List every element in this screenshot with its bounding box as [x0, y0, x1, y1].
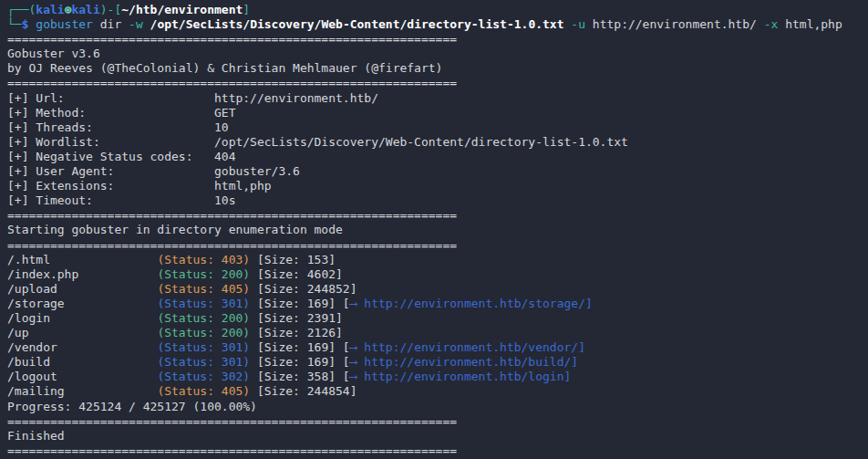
text-segment: (Status: 405)	[157, 282, 250, 296]
progress-line: Progress: 425124 / 425127 (100.00%)	[7, 400, 863, 414]
separator: ========================================…	[7, 208, 863, 223]
text-segment: [+] Wordlist: /opt/SecLists/Discovery/We…	[7, 135, 628, 149]
text-segment: ========================================…	[7, 76, 457, 89]
text-segment: ┌──(	[7, 3, 36, 16]
text-segment: /opt/SecLists/Discovery/Web-Content/dire…	[150, 17, 564, 31]
text-segment: [Size: 153]	[250, 253, 336, 266]
text-segment: by OJ Reeves (@TheColonial) & Christian …	[7, 61, 442, 75]
text-segment: [Size: 169] [	[250, 297, 350, 310]
text-segment: [Size: 358] [	[250, 370, 350, 383]
text-segment: /vendor	[7, 340, 157, 354]
text-segment: (Status: 403)	[157, 253, 250, 266]
text-segment: html,php	[778, 17, 842, 31]
text-segment	[143, 17, 150, 31]
mode-line: Starting gobuster in directory enumerati…	[7, 223, 863, 237]
text-segment: [Size: 2391]	[250, 311, 343, 325]
text-segment: -x	[764, 17, 779, 31]
text-segment: ]	[243, 3, 250, 16]
result-mailing: /mailing (Status: 405) [Size: 244854]	[7, 384, 863, 399]
config-timeout: [+] Timeout: 10s	[7, 193, 863, 208]
config-url: [+] Url: http://environment.htb/	[7, 91, 863, 106]
separator: ========================================…	[7, 76, 863, 90]
text-segment: (Status: 301)	[157, 297, 250, 310]
text-segment: ⟶ http://environment.htb/login]	[350, 370, 572, 383]
text-segment: ========================================…	[7, 238, 457, 252]
text-segment: ~/htb/environment	[121, 3, 243, 16]
text-segment: gobuster	[36, 17, 93, 31]
result-storage: /storage (Status: 301) [Size: 169] [⟶ ht…	[7, 297, 863, 311]
text-segment: [Size: 2126]	[250, 326, 343, 339]
result-logout: /logout (Status: 302) [Size: 358] [⟶ htt…	[7, 370, 863, 384]
result-login: /login (Status: 200) [Size: 2391]	[7, 311, 863, 326]
text-segment: [+] Negative Status codes: 404	[7, 150, 235, 163]
finished-line: Finished	[7, 429, 863, 443]
text-segment: /logout	[7, 370, 157, 383]
result-build: /build (Status: 301) [Size: 169] [⟶ http…	[7, 355, 863, 370]
text-segment: (Status: 200)	[157, 326, 250, 339]
text-segment: ⟶ http://environment.htb/storage/]	[350, 297, 593, 310]
text-segment: ========================================…	[7, 443, 457, 457]
text-segment: Starting gobuster in directory enumerati…	[7, 223, 343, 236]
prompt-line-1: ┌──(kali⊛kali)-[~/htb/environment]	[7, 3, 863, 17]
text-segment: [+] Extensions: html,php	[7, 179, 272, 193]
config-method: [+] Method: GET	[7, 106, 863, 120]
banner-authors: by OJ Reeves (@TheColonial) & Christian …	[7, 61, 863, 76]
config-threads: [+] Threads: 10	[7, 120, 863, 135]
text-segment: └─	[7, 17, 22, 31]
text-segment: [+] Timeout: 10s	[7, 193, 235, 207]
separator: ========================================…	[7, 414, 863, 429]
config-extensions: [+] Extensions: html,php	[7, 179, 863, 193]
text-segment: (Status: 302)	[157, 370, 250, 383]
result-html: /.html (Status: 403) [Size: 153]	[7, 253, 863, 267]
text-segment: /mailing	[7, 384, 157, 398]
result-vendor: /vendor (Status: 301) [Size: 169] [⟶ htt…	[7, 340, 863, 355]
text-segment: Gobuster v3.6	[7, 47, 100, 60]
text-segment: /.html	[7, 253, 157, 266]
text-segment: (Status: 301)	[157, 355, 250, 369]
separator: ========================================…	[7, 443, 863, 458]
text-segment: [+] Threads: 10	[7, 120, 229, 134]
text-segment: ========================================…	[7, 208, 457, 222]
text-segment: Progress: 425124 / 425127 (100.00%)	[7, 400, 257, 413]
text-segment: -w	[129, 17, 143, 31]
terminal-output[interactable]: ┌──(kali⊛kali)-[~/htb/environment]└─$ go…	[0, 0, 868, 459]
text-segment: ========================================…	[7, 32, 457, 46]
result-upload: /upload (Status: 405) [Size: 244852]	[7, 282, 863, 297]
text-segment: http://environment.htb/	[585, 17, 764, 31]
config-wordlist: [+] Wordlist: /opt/SecLists/Discovery/We…	[7, 135, 863, 150]
text-segment: ========================================…	[7, 414, 457, 428]
config-user-agent: [+] User Agent: gobuster/3.6	[7, 164, 863, 179]
text-segment: /login	[7, 311, 157, 325]
config-negative-status-codes: [+] Negative Status codes: 404	[7, 150, 863, 164]
separator: ========================================…	[7, 238, 863, 253]
text-segment: /storage	[7, 297, 157, 310]
text-segment: (Status: 405)	[157, 384, 250, 398]
text-segment: [Size: 244854]	[250, 384, 356, 398]
text-segment: (Status: 301)	[157, 340, 250, 354]
text-segment: kali	[71, 3, 99, 16]
text-segment: /upload	[7, 282, 157, 296]
text-segment: [+] User Agent: gobuster/3.6	[7, 164, 300, 178]
result-up: /up (Status: 200) [Size: 2126]	[7, 326, 863, 340]
text-segment: )-[	[100, 3, 121, 16]
text-segment: dir	[93, 17, 129, 31]
text-segment: ⟶ http://environment.htb/vendor/]	[350, 340, 585, 354]
text-segment: ⟶ http://environment.htb/build/]	[350, 355, 578, 369]
text-segment: [Size: 169] [	[250, 355, 350, 369]
separator: ========================================…	[7, 32, 863, 47]
text-segment: [Size: 169] [	[250, 340, 350, 354]
text-segment: (Status: 200)	[157, 311, 250, 325]
text-segment: Finished	[7, 429, 65, 443]
banner-version: Gobuster v3.6	[7, 47, 863, 61]
text-segment: -u	[571, 17, 585, 31]
text-segment: [+] Method: GET	[7, 106, 235, 120]
text-segment: (Status: 200)	[157, 267, 250, 281]
text-segment: [Size: 244852]	[250, 282, 356, 296]
result-index-php: /index.php (Status: 200) [Size: 4602]	[7, 267, 863, 282]
text-segment: /index.php	[7, 267, 157, 281]
command-line: └─$ gobuster dir -w /opt/SecLists/Discov…	[7, 17, 863, 32]
text-segment: /build	[7, 355, 157, 369]
text-segment: /up	[7, 326, 157, 339]
text-segment: kali	[36, 3, 64, 16]
text-segment: [+] Url: http://environment.htb/	[7, 91, 378, 105]
